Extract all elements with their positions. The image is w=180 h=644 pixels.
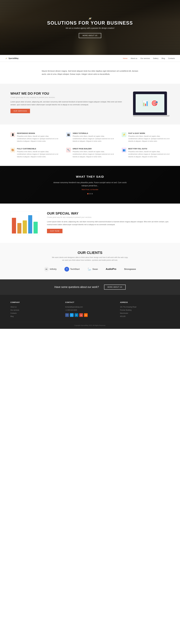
sw-subtitle: Create great way for any company to pres…	[47, 216, 170, 218]
navbar: 🪐 SpecialWay Home About us Our services …	[0, 55, 180, 62]
footer-email[interactable]: kontact@specialway.com	[65, 306, 115, 308]
social-twitter-icon[interactable]: t	[70, 313, 74, 317]
intro-section: Mauris fermeum dictum magna. Sed loreet …	[31, 62, 149, 84]
nav-item-gallery[interactable]: Gallery	[153, 57, 158, 59]
social-rss-icon[interactable]: rss	[84, 313, 88, 317]
hero-section: 🪐 SOLUTIONS FOR YOUR BUSINESS We are a c…	[0, 0, 180, 55]
dot-3[interactable]	[91, 193, 93, 194]
sw-content: OUR SPECIAL WAY Create great way for any…	[47, 212, 170, 233]
footer-company: COMPANY About us Our services Contacts B…	[10, 301, 60, 318]
sw-text: Lorem ipsum dolor sit amet, adipiscing e…	[47, 220, 170, 226]
feature-fully-customizable: 🎨 FULLY CUSTOMIZABLE Phasellus enim libe…	[10, 148, 58, 158]
infinity-icon: ∞	[44, 267, 49, 272]
feature-great-page-builder: 🔧 GREAT PAGE BUILDER Phasellus enim libe…	[66, 148, 114, 158]
nav-link-gallery[interactable]: Gallery	[153, 58, 158, 59]
best-for-you-content: BEST FOR YOU, GUYS! Phasellus enim liber…	[128, 148, 170, 158]
bar-3	[23, 220, 27, 234]
clients-title: OUR CLIENTS	[10, 250, 170, 255]
hero-more-about-btn[interactable]: MORE ABOUT US	[79, 33, 101, 38]
video-tutorials-icon: 🎬	[66, 132, 71, 137]
our-services-btn[interactable]: OUR SERVICES	[10, 109, 30, 113]
client-strongwave: Strongwave	[124, 268, 136, 270]
laptop-illustration: 📊 🎯	[133, 92, 167, 115]
responsive-design-content: RESPONSIVE DESIGN Phasellus enim libero,…	[17, 132, 58, 143]
great-page-builder-content: GREAT PAGE BUILDER Phasellus enim libero…	[73, 148, 114, 158]
social-facebook-icon[interactable]: f	[65, 313, 69, 317]
fully-customizable-text: Phasellus enim libero, blandit vel sapie…	[17, 150, 58, 158]
footer-link-blog[interactable]: Blog	[10, 315, 60, 318]
laptop-screen: 📊 🎯	[136, 94, 164, 112]
great-page-builder-title: GREAT PAGE BUILDER	[73, 148, 114, 150]
social-googleplus-icon[interactable]: g	[79, 313, 83, 317]
wwd-image: 📊 🎯	[133, 92, 170, 116]
nav-link-services[interactable]: Our services	[140, 58, 150, 59]
dot-1[interactable]	[87, 193, 89, 194]
footer-phone: +1 820 623 6035	[65, 308, 115, 312]
footer-link-contacts[interactable]: Contacts	[10, 312, 60, 315]
nav-link-about[interactable]: About us	[131, 58, 137, 59]
great-page-builder-text: Phasellus enim libero, blandit vel sapie…	[73, 150, 114, 158]
swan-icon: 🦢	[88, 267, 91, 271]
nav-link-contacts[interactable]: Contacts	[168, 58, 175, 59]
nav-item-services[interactable]: Our services	[140, 57, 150, 59]
special-way-section: OUR SPECIAL WAY Create great way for any…	[0, 204, 180, 243]
wwd-content: WHAT WE DO FOR YOU Create great way for …	[10, 92, 125, 113]
nav-item-about[interactable]: About us	[131, 57, 137, 59]
footer-link-services[interactable]: Our services	[10, 308, 60, 312]
cta-text: Have some questions about our work?	[54, 286, 99, 288]
nav-item-contacts[interactable]: Contacts	[168, 57, 175, 59]
best-for-you-icon: 👥	[122, 148, 126, 152]
footer-contact-title: CONTACT	[65, 301, 115, 303]
intro-text: Mauris fermeum dictum magna. Sed loreet …	[42, 70, 138, 76]
dot-2[interactable]	[89, 193, 91, 194]
footer-link-about[interactable]: About us	[10, 306, 60, 308]
nav-links: Home About us Our services Gallery Blog …	[123, 57, 175, 59]
video-tutorials-title: VIDEO TUTORIALS	[73, 132, 114, 134]
testimonial-section: WHAT THEY SAID Aenean nonummy hendrerit …	[0, 166, 180, 204]
feature-best-for-you: 👥 BEST FOR YOU, GUYS! Phasellus enim lib…	[122, 148, 170, 158]
sw-chart	[10, 212, 39, 235]
nav-link-blog[interactable]: Blog	[162, 58, 165, 59]
hero-logo-icon: 🪐	[88, 17, 92, 20]
fast-easy-work-title: FAST & EASY WORK	[128, 132, 170, 134]
bar-2	[17, 223, 21, 234]
nav-item-home[interactable]: Home	[123, 57, 127, 59]
footer-address-line1: 101 The Amazing Road	[120, 306, 170, 308]
footer-contact: CONTACT kontact@specialway.com +1 820 62…	[65, 301, 115, 318]
responsive-design-icon: 📱	[10, 132, 15, 137]
fully-customizable-title: FULLY CUSTOMIZABLE	[17, 148, 58, 150]
fully-customizable-content: FULLY CUSTOMIZABLE Phasellus enim libero…	[17, 148, 58, 158]
responsive-design-title: RESPONSIVE DESIGN	[17, 132, 58, 134]
nav-brand: 🪐 SpecialWay	[5, 57, 123, 59]
hero-title: SOLUTIONS FOR YOUR BUSINESS	[47, 20, 133, 26]
nav-link-home[interactable]: Home	[123, 58, 127, 59]
footer-address-line2: Premier Building	[120, 308, 170, 312]
bar-1	[12, 218, 16, 234]
testimonial-author: Nick Frost, co-founder	[10, 188, 170, 190]
bar-5	[33, 222, 38, 234]
client-infinity: ∞ Infinity	[44, 267, 57, 272]
social-linkedin-icon[interactable]: in	[75, 313, 78, 317]
swan-label: Swan	[92, 268, 98, 270]
footer-address-title: ADRESS	[120, 301, 170, 303]
clients-section: OUR CLIENTS We want clients and designer…	[0, 243, 180, 280]
great-page-builder-icon: 🔧	[66, 148, 71, 152]
our-team-btn[interactable]: OUR TEAM	[47, 229, 63, 233]
clients-subtitle: We want clients and designers alike to t…	[51, 256, 129, 262]
video-tutorials-text: Phasellus enim libero, blandit vel sapie…	[73, 135, 114, 143]
feature-fast-easy-work: ⚡ FAST & EASY WORK Phasellus enim libero…	[122, 132, 170, 143]
responsive-design-text: Phasellus enim libero, blandit vel sapie…	[17, 135, 58, 143]
clients-logos: ∞ Infinity T TechStart 🦢 Swan AudioPro S…	[10, 267, 170, 272]
nav-brand-icon: 🪐	[5, 57, 7, 59]
fast-easy-work-text: Phasellus enim libero, blandit vel sapie…	[128, 135, 170, 143]
techstart-icon: T	[64, 267, 69, 272]
footer-address-line3: Manchester	[120, 312, 170, 315]
footer-social: f t in g rss	[65, 313, 115, 317]
fast-easy-work-icon: ⚡	[122, 132, 126, 137]
nav-brand-name: SpecialWay	[8, 57, 18, 59]
nav-item-blog[interactable]: Blog	[162, 57, 165, 59]
client-swan: 🦢 Swan	[88, 267, 98, 271]
cta-btn[interactable]: MORE ABOUT US	[104, 284, 126, 290]
feature-responsive-design: 📱 RESPONSIVE DESIGN Phasellus enim liber…	[10, 132, 58, 143]
sw-title: OUR SPECIAL WAY	[47, 212, 170, 216]
